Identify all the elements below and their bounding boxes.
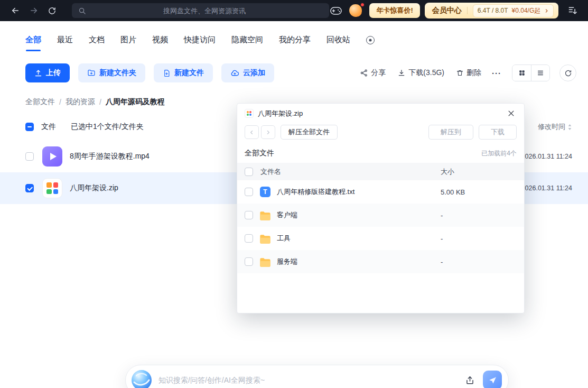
share-icon bbox=[360, 69, 368, 77]
modified-time-label: 修改时间 bbox=[538, 122, 565, 132]
tab-documents[interactable]: 文档 bbox=[89, 35, 105, 51]
price-text: ¥0.04/G起 bbox=[512, 6, 541, 15]
breadcrumb-current: 八周年源码及教程 bbox=[106, 97, 165, 107]
tab-videos[interactable]: 视频 bbox=[152, 35, 168, 51]
folder-icon bbox=[259, 210, 272, 220]
modal-row-folder[interactable]: 客户端 - bbox=[237, 204, 524, 227]
video-file-icon bbox=[42, 146, 62, 167]
back-icon[interactable] bbox=[8, 4, 22, 17]
ai-search-bar[interactable] bbox=[125, 365, 509, 388]
breadcrumb-my-resources[interactable]: 我的资源 bbox=[66, 97, 95, 107]
row-checkbox[interactable] bbox=[245, 257, 253, 266]
new-folder-icon bbox=[87, 69, 96, 77]
delete-button[interactable]: 删除 bbox=[456, 68, 481, 78]
row-checkbox[interactable] bbox=[245, 211, 253, 219]
member-center[interactable]: 会员中心 6.4T / 8.0T ¥0.04/G起 bbox=[425, 3, 559, 19]
storage-chip[interactable]: 6.4T / 8.0T ¥0.04/G起 bbox=[473, 4, 554, 17]
extract-all-button[interactable]: 解压全部文件 bbox=[281, 125, 338, 140]
row-checkbox[interactable] bbox=[245, 234, 253, 243]
breadcrumb-all-files[interactable]: 全部文件 bbox=[25, 97, 55, 107]
extract-to-button[interactable]: 解压到 bbox=[428, 125, 473, 140]
storage-usage-text: 6.4T / 8.0T bbox=[478, 7, 508, 14]
modal-select-all-checkbox[interactable] bbox=[245, 168, 253, 176]
refresh-icon[interactable] bbox=[45, 4, 59, 17]
tab-all[interactable]: 全部 bbox=[25, 35, 41, 51]
send-button[interactable] bbox=[483, 371, 502, 388]
tab-hidden-space[interactable]: 隐藏空间 bbox=[231, 35, 263, 51]
modified-time-sort[interactable]: 修改时间 bbox=[538, 122, 572, 132]
nav-back-icon[interactable] bbox=[245, 125, 259, 139]
modal-breadcrumb[interactable]: 全部文件 bbox=[245, 149, 274, 158]
breadcrumb-separator: / bbox=[59, 98, 61, 106]
view-toggle bbox=[512, 64, 550, 81]
upload-button[interactable]: 上传 bbox=[25, 63, 70, 82]
ai-search-input[interactable] bbox=[158, 376, 456, 384]
tab-images-label: 图片 bbox=[120, 35, 136, 44]
row-checkbox[interactable] bbox=[245, 188, 253, 196]
tab-images[interactable]: 图片 bbox=[120, 35, 136, 51]
transfer-list-icon[interactable] bbox=[566, 4, 580, 17]
game-center-icon[interactable] bbox=[329, 4, 343, 17]
tab-my-shares[interactable]: 我的分享 bbox=[279, 35, 311, 51]
search-icon bbox=[78, 7, 86, 15]
file-column-label: 文件 bbox=[41, 122, 56, 132]
cloud-add-label: 云添加 bbox=[243, 68, 265, 78]
tab-all-label: 全部 bbox=[25, 35, 41, 44]
ai-upload-icon[interactable] bbox=[463, 373, 477, 387]
download-label: 下载(3.5G) bbox=[408, 68, 444, 78]
modal-nav bbox=[245, 125, 275, 139]
new-file-label: 新建文件 bbox=[174, 68, 204, 78]
entry-name: 客户端 bbox=[277, 210, 441, 220]
share-button[interactable]: 分享 bbox=[360, 68, 386, 78]
topbar: 年卡惊喜价! 会员中心 6.4T / 8.0T ¥0.04/G起 bbox=[0, 0, 588, 21]
nav-forward-icon[interactable] bbox=[261, 125, 275, 139]
more-button[interactable]: ··· bbox=[492, 69, 501, 78]
tab-recent-label: 最近 bbox=[57, 35, 73, 44]
download-button[interactable]: 下载(3.5G) bbox=[397, 68, 444, 78]
tab-recycle-bin[interactable]: 回收站 bbox=[326, 35, 350, 51]
cloud-add-icon bbox=[230, 69, 239, 78]
modal-breadcrumb-row: 全部文件 已加载前4个 bbox=[237, 145, 524, 163]
tab-quick-access[interactable]: 快捷访问 bbox=[184, 35, 216, 51]
entry-name: 工具 bbox=[277, 234, 441, 243]
tab-settings-icon[interactable] bbox=[366, 36, 375, 44]
close-icon[interactable] bbox=[505, 108, 517, 119]
select-all-checkbox[interactable] bbox=[25, 123, 34, 131]
new-file-button[interactable]: 新建文件 bbox=[154, 63, 213, 82]
forward-icon[interactable] bbox=[27, 4, 41, 17]
row-checkbox[interactable] bbox=[25, 184, 34, 192]
modal-row-folder[interactable]: 服务端 - bbox=[237, 250, 524, 273]
folder-icon bbox=[259, 234, 272, 244]
chevron-right-icon bbox=[544, 8, 549, 13]
ai-assistant-icon[interactable] bbox=[131, 369, 152, 388]
delete-label: 删除 bbox=[466, 68, 481, 78]
new-folder-label: 新建文件夹 bbox=[99, 68, 136, 78]
txt-badge: T bbox=[260, 187, 270, 197]
category-tabs: 全部 最近 文档 图片 视频 快捷访问 隐藏空间 我的分享 回收站 bbox=[25, 35, 375, 51]
promo-badge[interactable]: 年卡惊喜价! bbox=[369, 3, 419, 18]
grid-view-button[interactable] bbox=[512, 65, 531, 81]
mascot-icon[interactable] bbox=[349, 4, 363, 17]
member-center-label[interactable]: 会员中心 bbox=[432, 6, 462, 15]
share-label: 分享 bbox=[371, 68, 386, 78]
tab-videos-label: 视频 bbox=[152, 35, 168, 44]
file-name: 8周年手游架设教程.mp4 bbox=[70, 152, 150, 161]
new-folder-button[interactable]: 新建文件夹 bbox=[78, 63, 145, 82]
upload-label: 上传 bbox=[46, 68, 61, 78]
global-search[interactable] bbox=[72, 3, 329, 18]
tab-recycle-bin-label: 回收站 bbox=[326, 35, 350, 44]
modal-title: 八周年架设.zip bbox=[258, 109, 303, 118]
tab-recent[interactable]: 最近 bbox=[57, 35, 73, 51]
member-divider bbox=[467, 7, 468, 14]
modal-row-txt[interactable]: T 八周年精修版搭建教程.txt 5.00 KB bbox=[237, 180, 524, 204]
modal-row-folder[interactable]: 工具 - bbox=[237, 227, 524, 250]
action-toolbar: 上传 新建文件夹 新建文件 云添加 分享 bbox=[25, 63, 576, 83]
search-input[interactable] bbox=[86, 7, 323, 15]
row-checkbox[interactable] bbox=[25, 152, 34, 161]
entry-size: - bbox=[441, 258, 524, 266]
modal-table-header: 文件名 大小 bbox=[237, 163, 524, 180]
modal-download-button[interactable]: 下载 bbox=[479, 125, 517, 140]
list-view-button[interactable] bbox=[531, 65, 549, 81]
cloud-add-button[interactable]: 云添加 bbox=[221, 63, 274, 82]
refresh-list-button[interactable] bbox=[559, 64, 576, 81]
